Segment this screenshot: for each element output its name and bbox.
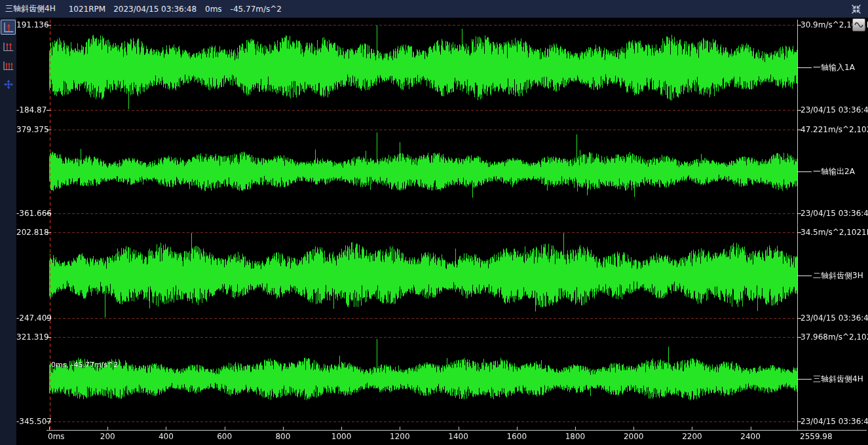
cursor-time-readout: 0ms	[205, 5, 222, 14]
cursor-value-readout: -45.77m/s^2	[231, 5, 282, 14]
rpm-readout: 1021RPM	[69, 5, 105, 14]
pan-tool-button[interactable]	[1, 77, 16, 92]
x-axis-tick-label: 1600	[506, 432, 527, 441]
ch3-ymin-label: -247.409	[16, 313, 46, 323]
x-axis-tick-label: 400	[159, 432, 174, 441]
ch2-ymin-label: -361.666	[16, 209, 46, 218]
ch2-name-label: 一轴输出2A	[813, 167, 868, 176]
collapse-arrows-icon	[850, 3, 862, 15]
x-axis-tick-label: 2000	[624, 432, 644, 441]
move-cross-icon	[3, 79, 14, 90]
top-bar: 三轴斜齿侧4H 1021RPM 2023/04/15 03:36:48 0ms …	[0, 0, 868, 18]
double-cursor-tool-button[interactable]	[1, 39, 16, 54]
active-channel-readout: 三轴斜齿侧4H	[5, 3, 56, 14]
x-axis-tick-label: 1200	[390, 432, 410, 441]
x-axis-tick-label: 1400	[448, 432, 468, 441]
cursor-readout: 0ms, -45.77m/s^2	[51, 361, 118, 369]
ch2-ymax-label: 379.375	[16, 125, 46, 134]
timestamp-readout: 2023/04/15 03:36:48	[113, 5, 197, 14]
waveform-plot-area: 191.136 -184.87 30.9m/s^2,1021RPM 一轴输入1A…	[16, 18, 868, 445]
x-axis-tick-label: 200	[100, 432, 115, 441]
chart-triple-red-arrow-icon	[2, 59, 15, 72]
ch3-peak-rpm-label: 34.5m/s^2,1021RPM	[801, 228, 868, 237]
ch1-ymin-label: -184.87	[16, 105, 46, 115]
sine-wave-icon	[854, 22, 863, 28]
chart-single-red-arrow-icon	[2, 21, 15, 34]
ch1-ymax-label: 191.136	[16, 20, 46, 29]
waveform-canvas[interactable]	[16, 18, 868, 445]
left-toolbar	[0, 18, 16, 445]
ch1-name-label: 一轴输入1A	[813, 63, 868, 72]
chart-double-red-arrow-icon	[2, 40, 15, 53]
ch2-date-label: 23/04/15 03:36:48	[801, 209, 868, 218]
waveform-view-button[interactable]	[852, 18, 865, 31]
ch3-date-label: 23/04/15 03:36:48	[801, 313, 868, 323]
x-axis-tick-label: 0ms	[48, 432, 65, 441]
ch3-ymax-label: 202.818	[16, 228, 46, 237]
x-axis-tick-label: 800	[275, 432, 290, 441]
vibration-analyzer-window: 三轴斜齿侧4H 1021RPM 2023/04/15 03:36:48 0ms …	[0, 0, 868, 445]
triple-cursor-tool-button[interactable]	[1, 58, 16, 73]
x-axis-tick-label: 2559.98	[800, 432, 833, 441]
ch3-name-label: 二轴斜齿侧3H	[813, 271, 868, 280]
ch4-ymax-label: 321.319	[16, 332, 46, 342]
x-axis-tick-label: 2200	[682, 432, 702, 441]
x-axis-tick-label: 600	[217, 432, 232, 441]
ch1-date-label: 23/04/15 03:36:48	[801, 105, 868, 115]
ch4-peak-rpm-label: 37.968m/s^2,1021RPM	[801, 332, 868, 342]
x-axis-tick-label: 2400	[740, 432, 761, 441]
ch4-name-label: 三轴斜齿侧4H	[813, 374, 868, 383]
ch2-peak-rpm-label: 47.221m/s^2,1021RPM	[801, 125, 868, 134]
ch4-ymin-label: -345.507	[16, 417, 46, 426]
collapse-window-button[interactable]	[850, 3, 863, 16]
ch4-date-label: 23/04/15 03:36:48	[801, 417, 868, 426]
single-cursor-tool-button[interactable]	[1, 20, 16, 35]
x-axis-tick-label: 1800	[565, 432, 586, 441]
x-axis-tick-label: 1000	[331, 432, 352, 441]
